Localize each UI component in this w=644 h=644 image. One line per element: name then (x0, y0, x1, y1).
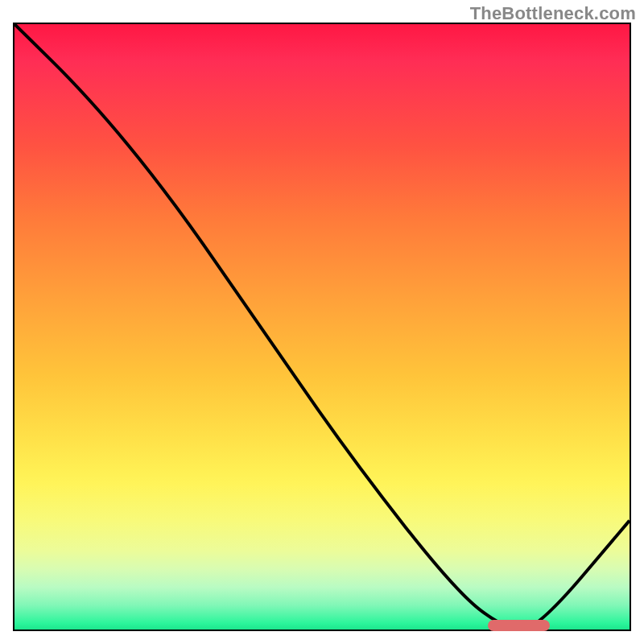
watermark-text: TheBottleneck.com (470, 3, 636, 24)
plot-area (13, 23, 631, 631)
bottleneck-chart: TheBottleneck.com (0, 0, 644, 644)
gradient-background (14, 24, 630, 630)
optimal-marker (488, 620, 549, 631)
